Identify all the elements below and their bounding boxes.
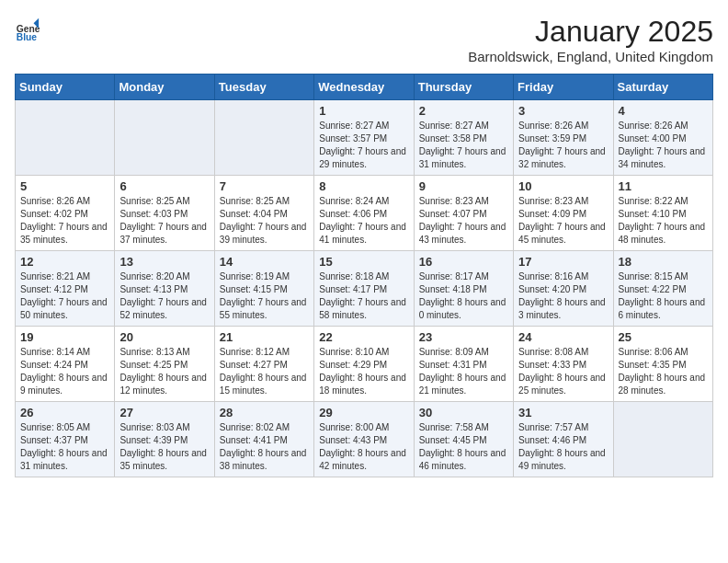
day-info: Sunrise: 8:08 AMSunset: 4:33 PMDaylight:… bbox=[518, 347, 606, 396]
day-number: 2 bbox=[419, 104, 508, 118]
calendar-cell: 6 Sunrise: 8:25 AMSunset: 4:03 PMDayligh… bbox=[115, 176, 214, 251]
calendar-subtitle: Barnoldswick, England, United Kingdom bbox=[468, 49, 713, 64]
day-info: Sunrise: 8:14 AMSunset: 4:24 PMDaylight:… bbox=[20, 347, 108, 396]
calendar-cell: 22 Sunrise: 8:10 AMSunset: 4:29 PMDaylig… bbox=[314, 327, 414, 402]
weekday-header-wednesday: Wednesday bbox=[314, 75, 414, 100]
calendar-cell: 16 Sunrise: 8:17 AMSunset: 4:18 PMDaylig… bbox=[414, 251, 513, 327]
calendar-cell: 25 Sunrise: 8:06 AMSunset: 4:35 PMDaylig… bbox=[613, 327, 712, 402]
calendar-week-row: 19 Sunrise: 8:14 AMSunset: 4:24 PMDaylig… bbox=[16, 327, 713, 402]
day-number: 21 bbox=[220, 330, 309, 344]
svg-text:Blue: Blue bbox=[17, 32, 38, 40]
day-number: 15 bbox=[319, 255, 408, 269]
title-area: January 2025 Barnoldswick, England, Unit… bbox=[468, 15, 713, 64]
day-number: 25 bbox=[619, 330, 708, 344]
day-info: Sunrise: 8:18 AMSunset: 4:17 PMDaylight:… bbox=[319, 271, 406, 320]
calendar-cell: 2 Sunrise: 8:27 AMSunset: 3:58 PMDayligh… bbox=[414, 100, 513, 176]
day-number: 6 bbox=[119, 179, 209, 193]
day-info: Sunrise: 8:09 AMSunset: 4:31 PMDaylight:… bbox=[419, 347, 506, 396]
day-number: 18 bbox=[619, 255, 708, 269]
calendar-cell: 17 Sunrise: 8:16 AMSunset: 4:20 PMDaylig… bbox=[514, 251, 613, 327]
weekday-header-sunday: Sunday bbox=[16, 75, 115, 100]
calendar-cell: 5 Sunrise: 8:26 AMSunset: 4:02 PMDayligh… bbox=[16, 176, 115, 251]
day-info: Sunrise: 8:19 AMSunset: 4:15 PMDaylight:… bbox=[220, 271, 307, 320]
calendar-cell: 4 Sunrise: 8:26 AMSunset: 4:00 PMDayligh… bbox=[613, 100, 712, 176]
calendar-title: January 2025 bbox=[468, 15, 713, 49]
weekday-header-row: SundayMondayTuesdayWednesdayThursdayFrid… bbox=[16, 75, 713, 100]
day-number: 13 bbox=[119, 255, 209, 269]
day-number: 26 bbox=[20, 406, 109, 419]
calendar-cell: 19 Sunrise: 8:14 AMSunset: 4:24 PMDaylig… bbox=[16, 327, 115, 402]
weekday-header-saturday: Saturday bbox=[613, 75, 712, 100]
header: General Blue January 2025 Barnoldswick, … bbox=[15, 15, 713, 64]
calendar-cell: 13 Sunrise: 8:20 AMSunset: 4:13 PMDaylig… bbox=[115, 251, 214, 327]
day-number: 10 bbox=[518, 179, 608, 193]
day-info: Sunrise: 8:15 AMSunset: 4:22 PMDaylight:… bbox=[619, 271, 706, 320]
day-info: Sunrise: 8:03 AMSunset: 4:39 PMDaylight:… bbox=[119, 422, 207, 471]
calendar-week-row: 1 Sunrise: 8:27 AMSunset: 3:57 PMDayligh… bbox=[16, 100, 713, 176]
day-number: 20 bbox=[119, 330, 209, 344]
weekday-header-tuesday: Tuesday bbox=[214, 75, 313, 100]
day-number: 9 bbox=[419, 179, 508, 193]
day-info: Sunrise: 7:57 AMSunset: 4:46 PMDaylight:… bbox=[518, 422, 606, 471]
day-number: 8 bbox=[319, 179, 408, 193]
calendar-week-row: 12 Sunrise: 8:21 AMSunset: 4:12 PMDaylig… bbox=[16, 251, 713, 327]
day-info: Sunrise: 8:23 AMSunset: 4:09 PMDaylight:… bbox=[518, 196, 606, 245]
day-info: Sunrise: 8:16 AMSunset: 4:20 PMDaylight:… bbox=[518, 271, 606, 320]
calendar-week-row: 5 Sunrise: 8:26 AMSunset: 4:02 PMDayligh… bbox=[16, 176, 713, 251]
calendar-cell: 15 Sunrise: 8:18 AMSunset: 4:17 PMDaylig… bbox=[314, 251, 414, 327]
weekday-header-monday: Monday bbox=[115, 75, 214, 100]
calendar-cell: 18 Sunrise: 8:15 AMSunset: 4:22 PMDaylig… bbox=[613, 251, 712, 327]
day-number: 17 bbox=[518, 255, 608, 269]
calendar-cell: 21 Sunrise: 8:12 AMSunset: 4:27 PMDaylig… bbox=[214, 327, 313, 402]
calendar-cell: 27 Sunrise: 8:03 AMSunset: 4:39 PMDaylig… bbox=[115, 402, 214, 477]
day-info: Sunrise: 8:26 AMSunset: 4:00 PMDaylight:… bbox=[619, 121, 706, 169]
calendar-cell: 26 Sunrise: 8:05 AMSunset: 4:37 PMDaylig… bbox=[16, 402, 115, 477]
day-info: Sunrise: 8:17 AMSunset: 4:18 PMDaylight:… bbox=[419, 271, 506, 320]
day-info: Sunrise: 8:05 AMSunset: 4:37 PMDaylight:… bbox=[20, 422, 108, 471]
calendar-cell: 30 Sunrise: 7:58 AMSunset: 4:45 PMDaylig… bbox=[414, 402, 513, 477]
weekday-header-friday: Friday bbox=[514, 75, 613, 100]
day-info: Sunrise: 8:24 AMSunset: 4:06 PMDaylight:… bbox=[319, 196, 406, 245]
day-info: Sunrise: 8:26 AMSunset: 3:59 PMDaylight:… bbox=[518, 121, 606, 169]
calendar-cell: 31 Sunrise: 7:57 AMSunset: 4:46 PMDaylig… bbox=[514, 402, 613, 477]
day-info: Sunrise: 8:25 AMSunset: 4:03 PMDaylight:… bbox=[119, 196, 207, 245]
day-number: 24 bbox=[518, 330, 608, 344]
day-number: 30 bbox=[419, 406, 508, 419]
day-info: Sunrise: 8:25 AMSunset: 4:04 PMDaylight:… bbox=[220, 196, 307, 245]
calendar-week-row: 26 Sunrise: 8:05 AMSunset: 4:37 PMDaylig… bbox=[16, 402, 713, 477]
day-info: Sunrise: 8:13 AMSunset: 4:25 PMDaylight:… bbox=[119, 347, 207, 396]
day-number: 16 bbox=[419, 255, 508, 269]
calendar-cell: 28 Sunrise: 8:02 AMSunset: 4:41 PMDaylig… bbox=[214, 402, 313, 477]
day-info: Sunrise: 8:00 AMSunset: 4:43 PMDaylight:… bbox=[319, 422, 406, 471]
day-number: 27 bbox=[119, 406, 209, 419]
day-number: 31 bbox=[518, 406, 608, 419]
calendar-cell: 20 Sunrise: 8:13 AMSunset: 4:25 PMDaylig… bbox=[115, 327, 214, 402]
day-number: 3 bbox=[518, 104, 608, 118]
logo-icon: General Blue bbox=[15, 15, 40, 40]
calendar-cell: 9 Sunrise: 8:23 AMSunset: 4:07 PMDayligh… bbox=[414, 176, 513, 251]
day-number: 1 bbox=[319, 104, 408, 118]
day-info: Sunrise: 8:21 AMSunset: 4:12 PMDaylight:… bbox=[20, 271, 108, 320]
day-number: 12 bbox=[20, 255, 109, 269]
day-info: Sunrise: 8:22 AMSunset: 4:10 PMDaylight:… bbox=[619, 196, 706, 245]
day-info: Sunrise: 8:20 AMSunset: 4:13 PMDaylight:… bbox=[119, 271, 207, 320]
calendar-cell: 11 Sunrise: 8:22 AMSunset: 4:10 PMDaylig… bbox=[613, 176, 712, 251]
day-number: 4 bbox=[619, 104, 708, 118]
day-number: 14 bbox=[220, 255, 309, 269]
day-number: 28 bbox=[220, 406, 309, 419]
weekday-header-thursday: Thursday bbox=[414, 75, 513, 100]
logo: General Blue bbox=[15, 15, 40, 40]
calendar-cell: 29 Sunrise: 8:00 AMSunset: 4:43 PMDaylig… bbox=[314, 402, 414, 477]
calendar-cell: 14 Sunrise: 8:19 AMSunset: 4:15 PMDaylig… bbox=[214, 251, 313, 327]
calendar-cell: 12 Sunrise: 8:21 AMSunset: 4:12 PMDaylig… bbox=[16, 251, 115, 327]
calendar-cell bbox=[16, 100, 115, 176]
calendar-cell bbox=[613, 402, 712, 477]
day-number: 5 bbox=[20, 179, 109, 193]
day-info: Sunrise: 8:10 AMSunset: 4:29 PMDaylight:… bbox=[319, 347, 406, 396]
calendar-cell: 23 Sunrise: 8:09 AMSunset: 4:31 PMDaylig… bbox=[414, 327, 513, 402]
day-number: 7 bbox=[220, 179, 309, 193]
calendar-cell: 10 Sunrise: 8:23 AMSunset: 4:09 PMDaylig… bbox=[514, 176, 613, 251]
calendar-cell: 3 Sunrise: 8:26 AMSunset: 3:59 PMDayligh… bbox=[514, 100, 613, 176]
calendar-cell: 7 Sunrise: 8:25 AMSunset: 4:04 PMDayligh… bbox=[214, 176, 313, 251]
day-number: 22 bbox=[319, 330, 408, 344]
